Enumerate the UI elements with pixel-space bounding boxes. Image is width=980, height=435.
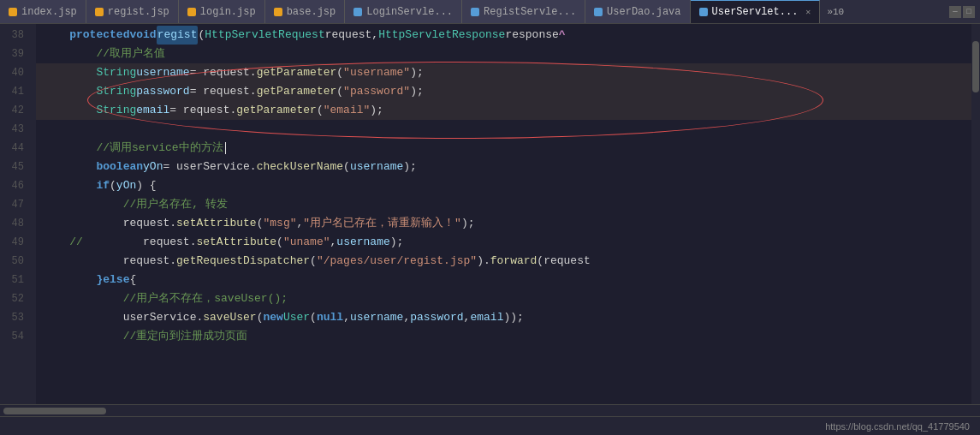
tab-loginservlet[interactable]: LoginServle... bbox=[345, 0, 462, 24]
code-line-54: //重定向到注册成功页面 bbox=[36, 327, 971, 346]
tab-index-jsp[interactable]: index.jsp bbox=[0, 0, 86, 24]
code-line-43 bbox=[36, 120, 971, 139]
h-scroll-thumb[interactable] bbox=[3, 408, 106, 414]
line-num-53: 53 bbox=[0, 308, 31, 327]
tab-overflow-label: »10 bbox=[827, 7, 844, 17]
tab-icon bbox=[187, 8, 196, 16]
code-line-53: userService. saveUser ( new User ( null … bbox=[36, 308, 971, 327]
code-line-52: //用户名不存在，saveUser(); bbox=[36, 289, 971, 308]
line-num-52: 52 bbox=[0, 289, 31, 308]
code-line-51: }else { bbox=[36, 271, 971, 289]
code-line-49: // request. setAttribute ( "uname" , use… bbox=[36, 233, 971, 252]
tab-icon bbox=[699, 8, 708, 16]
code-line-40: String username = request. getParameter … bbox=[36, 63, 971, 82]
tab-icon bbox=[95, 8, 104, 16]
tab-registservlet[interactable]: RegistServle... bbox=[462, 0, 585, 24]
tab-label: regist.jsp bbox=[108, 6, 169, 18]
code-line-39: //取用户名值 bbox=[36, 45, 971, 63]
line-num-43: 43 bbox=[0, 120, 31, 139]
tab-label: RegistServle... bbox=[484, 6, 576, 18]
tab-overflow[interactable]: »10 bbox=[820, 0, 851, 24]
tab-close-icon[interactable]: ✕ bbox=[805, 7, 811, 17]
tab-icon bbox=[9, 8, 17, 16]
code-line-38: protected void regist ( HttpServletReque… bbox=[36, 26, 971, 45]
maximize-button[interactable]: □ bbox=[963, 6, 975, 18]
code-line-41: String password = request. getParameter … bbox=[36, 82, 971, 101]
tab-regist-jsp[interactable]: regist.jsp bbox=[86, 0, 179, 24]
line-num-41: 41 bbox=[0, 82, 31, 101]
line-num-44: 44 bbox=[0, 139, 31, 158]
status-url: https://blog.csdn.net/qq_41779540 bbox=[825, 421, 970, 432]
code-line-50: request. getRequestDispatcher ( "/pages/… bbox=[36, 252, 971, 271]
code-line-44: //调用service中的方法 bbox=[36, 139, 971, 158]
code-area: 38 39 40 41 42 43 44 45 46 47 48 49 50 5… bbox=[0, 24, 980, 404]
line-num-47: 47 bbox=[0, 195, 31, 214]
horizontal-scrollbar[interactable] bbox=[0, 404, 980, 416]
line-num-46: 46 bbox=[0, 176, 31, 195]
code-line-45: boolean yOn = userService. checkUserName… bbox=[36, 158, 971, 176]
tab-base-jsp[interactable]: base.jsp bbox=[265, 0, 346, 24]
line-num-42: 42 bbox=[0, 101, 31, 120]
code-line-48: request. setAttribute ( "msg" , "用户名已存在，… bbox=[36, 214, 971, 233]
minimize-button[interactable]: — bbox=[949, 6, 961, 18]
line-num-38: 38 bbox=[0, 26, 31, 45]
tab-userservlet[interactable]: UserServlet... ✕ bbox=[691, 0, 821, 24]
code-line-42: String email = request. getParameter ( "… bbox=[36, 101, 971, 120]
line-num-50: 50 bbox=[0, 252, 31, 271]
tab-label: UserDao.java bbox=[607, 6, 680, 18]
line-num-51: 51 bbox=[0, 271, 31, 289]
tab-label: index.jsp bbox=[21, 6, 77, 18]
tab-icon bbox=[353, 8, 362, 16]
line-numbers: 38 39 40 41 42 43 44 45 46 47 48 49 50 5… bbox=[0, 24, 36, 404]
tab-label: UserServlet... bbox=[712, 6, 799, 18]
line-num-39: 39 bbox=[0, 45, 31, 63]
line-num-49: 49 bbox=[0, 233, 31, 252]
editor-container: index.jsp regist.jsp login.jsp base.jsp … bbox=[0, 0, 980, 435]
line-num-45: 45 bbox=[0, 158, 31, 176]
tab-userdao[interactable]: UserDao.java bbox=[585, 0, 690, 24]
tab-icon bbox=[471, 8, 479, 16]
tab-label: base.jsp bbox=[287, 6, 336, 18]
tab-icon bbox=[594, 8, 603, 16]
code-content[interactable]: protected void regist ( HttpServletReque… bbox=[36, 24, 971, 404]
vertical-scrollbar[interactable] bbox=[971, 24, 980, 404]
line-num-54: 54 bbox=[0, 327, 31, 346]
tab-icon bbox=[274, 8, 282, 16]
tab-label: LoginServle... bbox=[366, 6, 453, 18]
line-num-40: 40 bbox=[0, 63, 31, 82]
code-line-47: //用户名存在, 转发 bbox=[36, 195, 971, 214]
tab-label: login.jsp bbox=[200, 6, 256, 18]
tab-login-jsp[interactable]: login.jsp bbox=[179, 0, 265, 24]
code-line-46: if ( yOn ) { bbox=[36, 176, 971, 195]
tab-bar: index.jsp regist.jsp login.jsp base.jsp … bbox=[0, 0, 980, 24]
line-num-48: 48 bbox=[0, 214, 31, 233]
status-bar: https://blog.csdn.net/qq_41779540 bbox=[0, 416, 980, 435]
